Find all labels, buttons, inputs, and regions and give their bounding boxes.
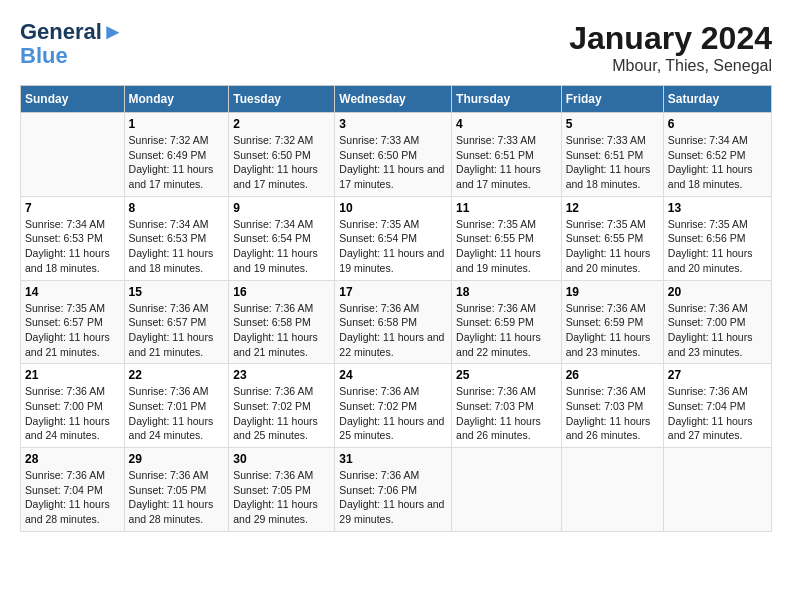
day-number: 27: [668, 368, 767, 382]
day-cell: 20Sunrise: 7:36 AMSunset: 7:00 PMDayligh…: [663, 280, 771, 364]
day-info: Sunrise: 7:36 AMSunset: 6:59 PMDaylight:…: [566, 301, 659, 360]
day-info: Sunrise: 7:36 AMSunset: 6:58 PMDaylight:…: [233, 301, 330, 360]
day-info: Sunrise: 7:36 AMSunset: 6:58 PMDaylight:…: [339, 301, 447, 360]
day-cell: 2Sunrise: 7:32 AMSunset: 6:50 PMDaylight…: [229, 113, 335, 197]
day-info: Sunrise: 7:36 AMSunset: 7:05 PMDaylight:…: [233, 468, 330, 527]
day-number: 9: [233, 201, 330, 215]
logo-text: General►Blue: [20, 20, 124, 68]
day-number: 25: [456, 368, 557, 382]
day-info: Sunrise: 7:34 AMSunset: 6:54 PMDaylight:…: [233, 217, 330, 276]
day-info: Sunrise: 7:33 AMSunset: 6:51 PMDaylight:…: [566, 133, 659, 192]
day-number: 4: [456, 117, 557, 131]
page-subtitle: Mbour, Thies, Senegal: [569, 57, 772, 75]
day-info: Sunrise: 7:36 AMSunset: 7:03 PMDaylight:…: [456, 384, 557, 443]
day-info: Sunrise: 7:36 AMSunset: 7:00 PMDaylight:…: [25, 384, 120, 443]
day-number: 18: [456, 285, 557, 299]
day-cell: 19Sunrise: 7:36 AMSunset: 6:59 PMDayligh…: [561, 280, 663, 364]
day-cell: [561, 448, 663, 532]
day-cell: 24Sunrise: 7:36 AMSunset: 7:02 PMDayligh…: [335, 364, 452, 448]
day-number: 16: [233, 285, 330, 299]
day-cell: 16Sunrise: 7:36 AMSunset: 6:58 PMDayligh…: [229, 280, 335, 364]
day-cell: 4Sunrise: 7:33 AMSunset: 6:51 PMDaylight…: [452, 113, 562, 197]
day-number: 6: [668, 117, 767, 131]
day-cell: 26Sunrise: 7:36 AMSunset: 7:03 PMDayligh…: [561, 364, 663, 448]
day-cell: [452, 448, 562, 532]
day-info: Sunrise: 7:35 AMSunset: 6:54 PMDaylight:…: [339, 217, 447, 276]
day-number: 30: [233, 452, 330, 466]
day-info: Sunrise: 7:36 AMSunset: 7:05 PMDaylight:…: [129, 468, 225, 527]
week-row-1: 1Sunrise: 7:32 AMSunset: 6:49 PMDaylight…: [21, 113, 772, 197]
day-cell: 21Sunrise: 7:36 AMSunset: 7:00 PMDayligh…: [21, 364, 125, 448]
day-info: Sunrise: 7:36 AMSunset: 7:06 PMDaylight:…: [339, 468, 447, 527]
title-block: January 2024 Mbour, Thies, Senegal: [569, 20, 772, 75]
col-header-thursday: Thursday: [452, 86, 562, 113]
day-cell: 7Sunrise: 7:34 AMSunset: 6:53 PMDaylight…: [21, 196, 125, 280]
day-cell: 10Sunrise: 7:35 AMSunset: 6:54 PMDayligh…: [335, 196, 452, 280]
day-info: Sunrise: 7:32 AMSunset: 6:50 PMDaylight:…: [233, 133, 330, 192]
day-number: 8: [129, 201, 225, 215]
day-cell: 25Sunrise: 7:36 AMSunset: 7:03 PMDayligh…: [452, 364, 562, 448]
col-header-tuesday: Tuesday: [229, 86, 335, 113]
day-number: 12: [566, 201, 659, 215]
day-cell: 5Sunrise: 7:33 AMSunset: 6:51 PMDaylight…: [561, 113, 663, 197]
day-number: 28: [25, 452, 120, 466]
day-cell: 3Sunrise: 7:33 AMSunset: 6:50 PMDaylight…: [335, 113, 452, 197]
col-header-sunday: Sunday: [21, 86, 125, 113]
day-cell: 17Sunrise: 7:36 AMSunset: 6:58 PMDayligh…: [335, 280, 452, 364]
col-header-friday: Friday: [561, 86, 663, 113]
col-header-monday: Monday: [124, 86, 229, 113]
day-info: Sunrise: 7:36 AMSunset: 7:04 PMDaylight:…: [668, 384, 767, 443]
day-cell: 8Sunrise: 7:34 AMSunset: 6:53 PMDaylight…: [124, 196, 229, 280]
day-info: Sunrise: 7:36 AMSunset: 7:01 PMDaylight:…: [129, 384, 225, 443]
week-row-2: 7Sunrise: 7:34 AMSunset: 6:53 PMDaylight…: [21, 196, 772, 280]
day-cell: 15Sunrise: 7:36 AMSunset: 6:57 PMDayligh…: [124, 280, 229, 364]
day-number: 1: [129, 117, 225, 131]
day-info: Sunrise: 7:35 AMSunset: 6:56 PMDaylight:…: [668, 217, 767, 276]
day-info: Sunrise: 7:33 AMSunset: 6:50 PMDaylight:…: [339, 133, 447, 192]
week-row-3: 14Sunrise: 7:35 AMSunset: 6:57 PMDayligh…: [21, 280, 772, 364]
page-header: General►Blue January 2024 Mbour, Thies, …: [20, 20, 772, 75]
day-info: Sunrise: 7:36 AMSunset: 7:02 PMDaylight:…: [233, 384, 330, 443]
day-info: Sunrise: 7:35 AMSunset: 6:55 PMDaylight:…: [566, 217, 659, 276]
day-cell: 12Sunrise: 7:35 AMSunset: 6:55 PMDayligh…: [561, 196, 663, 280]
day-cell: 31Sunrise: 7:36 AMSunset: 7:06 PMDayligh…: [335, 448, 452, 532]
day-info: Sunrise: 7:36 AMSunset: 7:00 PMDaylight:…: [668, 301, 767, 360]
logo: General►Blue: [20, 20, 124, 68]
day-info: Sunrise: 7:35 AMSunset: 6:57 PMDaylight:…: [25, 301, 120, 360]
day-number: 11: [456, 201, 557, 215]
day-number: 26: [566, 368, 659, 382]
week-row-4: 21Sunrise: 7:36 AMSunset: 7:00 PMDayligh…: [21, 364, 772, 448]
day-info: Sunrise: 7:36 AMSunset: 7:04 PMDaylight:…: [25, 468, 120, 527]
day-number: 2: [233, 117, 330, 131]
page-title: January 2024: [569, 20, 772, 57]
day-number: 14: [25, 285, 120, 299]
day-info: Sunrise: 7:34 AMSunset: 6:53 PMDaylight:…: [129, 217, 225, 276]
day-number: 20: [668, 285, 767, 299]
day-cell: 9Sunrise: 7:34 AMSunset: 6:54 PMDaylight…: [229, 196, 335, 280]
day-number: 7: [25, 201, 120, 215]
day-cell: 13Sunrise: 7:35 AMSunset: 6:56 PMDayligh…: [663, 196, 771, 280]
day-number: 24: [339, 368, 447, 382]
day-cell: 6Sunrise: 7:34 AMSunset: 6:52 PMDaylight…: [663, 113, 771, 197]
day-cell: 30Sunrise: 7:36 AMSunset: 7:05 PMDayligh…: [229, 448, 335, 532]
day-info: Sunrise: 7:33 AMSunset: 6:51 PMDaylight:…: [456, 133, 557, 192]
col-header-wednesday: Wednesday: [335, 86, 452, 113]
col-header-saturday: Saturday: [663, 86, 771, 113]
day-number: 31: [339, 452, 447, 466]
day-info: Sunrise: 7:36 AMSunset: 6:57 PMDaylight:…: [129, 301, 225, 360]
day-info: Sunrise: 7:36 AMSunset: 6:59 PMDaylight:…: [456, 301, 557, 360]
day-number: 21: [25, 368, 120, 382]
day-cell: 1Sunrise: 7:32 AMSunset: 6:49 PMDaylight…: [124, 113, 229, 197]
day-cell: 27Sunrise: 7:36 AMSunset: 7:04 PMDayligh…: [663, 364, 771, 448]
day-info: Sunrise: 7:34 AMSunset: 6:52 PMDaylight:…: [668, 133, 767, 192]
day-cell: 23Sunrise: 7:36 AMSunset: 7:02 PMDayligh…: [229, 364, 335, 448]
day-number: 13: [668, 201, 767, 215]
day-cell: 14Sunrise: 7:35 AMSunset: 6:57 PMDayligh…: [21, 280, 125, 364]
day-number: 15: [129, 285, 225, 299]
day-cell: 22Sunrise: 7:36 AMSunset: 7:01 PMDayligh…: [124, 364, 229, 448]
day-cell: 18Sunrise: 7:36 AMSunset: 6:59 PMDayligh…: [452, 280, 562, 364]
day-cell: 11Sunrise: 7:35 AMSunset: 6:55 PMDayligh…: [452, 196, 562, 280]
day-cell: [663, 448, 771, 532]
day-cell: 28Sunrise: 7:36 AMSunset: 7:04 PMDayligh…: [21, 448, 125, 532]
day-number: 5: [566, 117, 659, 131]
